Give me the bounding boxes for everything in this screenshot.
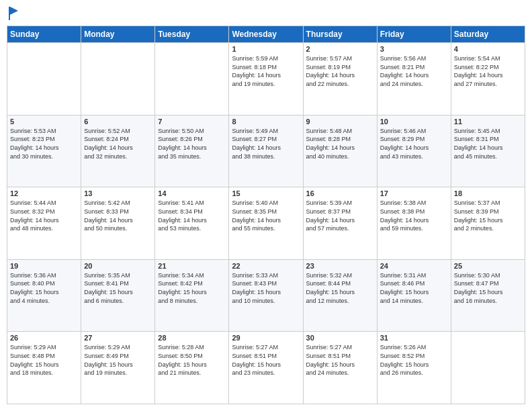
calendar-cell: 18Sunrise: 5:37 AM Sunset: 8:39 PM Dayli… xyxy=(451,187,525,260)
day-info: Sunrise: 5:38 AM Sunset: 8:38 PM Dayligh… xyxy=(380,199,448,232)
day-number: 11 xyxy=(454,118,522,126)
header xyxy=(7,7,525,20)
page: SundayMondayTuesdayWednesdayThursdayFrid… xyxy=(0,0,532,411)
calendar-cell: 13Sunrise: 5:42 AM Sunset: 8:33 PM Dayli… xyxy=(81,187,155,260)
calendar-cell: 30Sunrise: 5:27 AM Sunset: 8:51 PM Dayli… xyxy=(303,332,377,404)
calendar-week-row: 12Sunrise: 5:44 AM Sunset: 8:32 PM Dayli… xyxy=(7,187,525,260)
day-number: 30 xyxy=(306,334,374,342)
day-number: 12 xyxy=(10,189,78,197)
calendar-cell: 17Sunrise: 5:38 AM Sunset: 8:38 PM Dayli… xyxy=(377,187,451,260)
day-number: 16 xyxy=(306,189,374,197)
day-info: Sunrise: 5:40 AM Sunset: 8:35 PM Dayligh… xyxy=(232,199,300,232)
calendar-cell: 25Sunrise: 5:30 AM Sunset: 8:47 PM Dayli… xyxy=(451,259,525,332)
day-info: Sunrise: 5:52 AM Sunset: 8:24 PM Dayligh… xyxy=(84,127,152,161)
day-info: Sunrise: 5:33 AM Sunset: 8:43 PM Dayligh… xyxy=(232,271,300,305)
day-info: Sunrise: 5:59 AM Sunset: 8:18 PM Dayligh… xyxy=(232,54,300,88)
calendar-header-friday: Friday xyxy=(377,26,451,43)
calendar-cell: 9Sunrise: 5:48 AM Sunset: 8:28 PM Daylig… xyxy=(303,115,377,187)
svg-marker-0 xyxy=(9,7,18,20)
day-info: Sunrise: 5:36 AM Sunset: 8:40 PM Dayligh… xyxy=(10,271,78,305)
day-info: Sunrise: 5:39 AM Sunset: 8:37 PM Dayligh… xyxy=(306,199,374,232)
calendar-cell: 15Sunrise: 5:40 AM Sunset: 8:35 PM Dayli… xyxy=(229,187,303,260)
calendar-cell: 3Sunrise: 5:56 AM Sunset: 8:21 PM Daylig… xyxy=(377,43,451,116)
day-info: Sunrise: 5:34 AM Sunset: 8:42 PM Dayligh… xyxy=(158,271,226,305)
calendar-cell: 4Sunrise: 5:54 AM Sunset: 8:22 PM Daylig… xyxy=(451,43,525,116)
day-info: Sunrise: 5:29 AM Sunset: 8:49 PM Dayligh… xyxy=(84,343,152,377)
day-info: Sunrise: 5:44 AM Sunset: 8:32 PM Dayligh… xyxy=(10,199,78,232)
calendar-week-row: 5Sunrise: 5:53 AM Sunset: 8:23 PM Daylig… xyxy=(7,115,525,187)
logo-text xyxy=(7,7,20,20)
day-number: 5 xyxy=(10,118,78,126)
day-number: 21 xyxy=(158,262,226,270)
day-number: 28 xyxy=(158,334,226,342)
day-info: Sunrise: 5:56 AM Sunset: 8:21 PM Dayligh… xyxy=(380,54,448,88)
day-number: 22 xyxy=(232,262,300,270)
day-number: 29 xyxy=(232,334,300,342)
day-info: Sunrise: 5:29 AM Sunset: 8:48 PM Dayligh… xyxy=(10,343,78,377)
calendar-cell: 11Sunrise: 5:45 AM Sunset: 8:31 PM Dayli… xyxy=(451,115,525,187)
day-number: 25 xyxy=(454,262,522,270)
calendar-header-saturday: Saturday xyxy=(451,26,525,43)
calendar-cell: 21Sunrise: 5:34 AM Sunset: 8:42 PM Dayli… xyxy=(155,259,229,332)
day-info: Sunrise: 5:41 AM Sunset: 8:34 PM Dayligh… xyxy=(158,199,226,232)
calendar-cell xyxy=(81,43,155,116)
day-info: Sunrise: 5:26 AM Sunset: 8:52 PM Dayligh… xyxy=(380,343,448,377)
calendar-week-row: 26Sunrise: 5:29 AM Sunset: 8:48 PM Dayli… xyxy=(7,332,525,404)
day-number: 3 xyxy=(380,45,448,53)
day-number: 1 xyxy=(232,45,300,53)
day-number: 10 xyxy=(380,118,448,126)
calendar-cell xyxy=(155,43,229,116)
day-number: 6 xyxy=(84,118,152,126)
calendar-cell: 2Sunrise: 5:57 AM Sunset: 8:19 PM Daylig… xyxy=(303,43,377,116)
calendar-cell: 14Sunrise: 5:41 AM Sunset: 8:34 PM Dayli… xyxy=(155,187,229,260)
day-info: Sunrise: 5:31 AM Sunset: 8:46 PM Dayligh… xyxy=(380,271,448,305)
calendar-cell: 23Sunrise: 5:32 AM Sunset: 8:44 PM Dayli… xyxy=(303,259,377,332)
day-number: 4 xyxy=(454,45,522,53)
day-number: 15 xyxy=(232,189,300,197)
logo xyxy=(7,7,20,20)
calendar-cell xyxy=(451,332,525,404)
day-info: Sunrise: 5:27 AM Sunset: 8:51 PM Dayligh… xyxy=(306,343,374,377)
calendar-cell: 16Sunrise: 5:39 AM Sunset: 8:37 PM Dayli… xyxy=(303,187,377,260)
calendar-cell: 10Sunrise: 5:46 AM Sunset: 8:29 PM Dayli… xyxy=(377,115,451,187)
calendar-cell: 31Sunrise: 5:26 AM Sunset: 8:52 PM Dayli… xyxy=(377,332,451,404)
day-number: 19 xyxy=(10,262,78,270)
calendar-cell: 28Sunrise: 5:28 AM Sunset: 8:50 PM Dayli… xyxy=(155,332,229,404)
day-number: 26 xyxy=(10,334,78,342)
day-number: 14 xyxy=(158,189,226,197)
day-number: 27 xyxy=(84,334,152,342)
day-number: 17 xyxy=(380,189,448,197)
calendar-cell: 5Sunrise: 5:53 AM Sunset: 8:23 PM Daylig… xyxy=(7,115,81,187)
day-info: Sunrise: 5:35 AM Sunset: 8:41 PM Dayligh… xyxy=(84,271,152,305)
day-info: Sunrise: 5:50 AM Sunset: 8:26 PM Dayligh… xyxy=(158,127,226,161)
day-info: Sunrise: 5:45 AM Sunset: 8:31 PM Dayligh… xyxy=(454,127,522,161)
day-number: 2 xyxy=(306,45,374,53)
day-info: Sunrise: 5:54 AM Sunset: 8:22 PM Dayligh… xyxy=(454,54,522,88)
day-number: 20 xyxy=(84,262,152,270)
calendar-cell: 8Sunrise: 5:49 AM Sunset: 8:27 PM Daylig… xyxy=(229,115,303,187)
day-info: Sunrise: 5:30 AM Sunset: 8:47 PM Dayligh… xyxy=(454,271,522,305)
day-info: Sunrise: 5:42 AM Sunset: 8:33 PM Dayligh… xyxy=(84,199,152,232)
calendar-cell: 26Sunrise: 5:29 AM Sunset: 8:48 PM Dayli… xyxy=(7,332,81,404)
day-info: Sunrise: 5:57 AM Sunset: 8:19 PM Dayligh… xyxy=(306,54,374,88)
day-number: 13 xyxy=(84,189,152,197)
calendar-week-row: 19Sunrise: 5:36 AM Sunset: 8:40 PM Dayli… xyxy=(7,259,525,332)
calendar-cell xyxy=(7,43,81,116)
calendar-cell: 7Sunrise: 5:50 AM Sunset: 8:26 PM Daylig… xyxy=(155,115,229,187)
calendar-table: SundayMondayTuesdayWednesdayThursdayFrid… xyxy=(7,26,525,404)
day-number: 23 xyxy=(306,262,374,270)
calendar-cell: 1Sunrise: 5:59 AM Sunset: 8:18 PM Daylig… xyxy=(229,43,303,116)
day-number: 8 xyxy=(232,118,300,126)
day-info: Sunrise: 5:37 AM Sunset: 8:39 PM Dayligh… xyxy=(454,199,522,232)
day-info: Sunrise: 5:28 AM Sunset: 8:50 PM Dayligh… xyxy=(158,343,226,377)
day-number: 18 xyxy=(454,189,522,197)
calendar-header-wednesday: Wednesday xyxy=(229,26,303,43)
logo-flag-icon xyxy=(7,7,19,20)
day-info: Sunrise: 5:53 AM Sunset: 8:23 PM Dayligh… xyxy=(10,127,78,161)
calendar-cell: 27Sunrise: 5:29 AM Sunset: 8:49 PM Dayli… xyxy=(81,332,155,404)
calendar-header-thursday: Thursday xyxy=(303,26,377,43)
calendar-cell: 12Sunrise: 5:44 AM Sunset: 8:32 PM Dayli… xyxy=(7,187,81,260)
day-info: Sunrise: 5:27 AM Sunset: 8:51 PM Dayligh… xyxy=(232,343,300,377)
day-info: Sunrise: 5:46 AM Sunset: 8:29 PM Dayligh… xyxy=(380,127,448,161)
day-info: Sunrise: 5:48 AM Sunset: 8:28 PM Dayligh… xyxy=(306,127,374,161)
